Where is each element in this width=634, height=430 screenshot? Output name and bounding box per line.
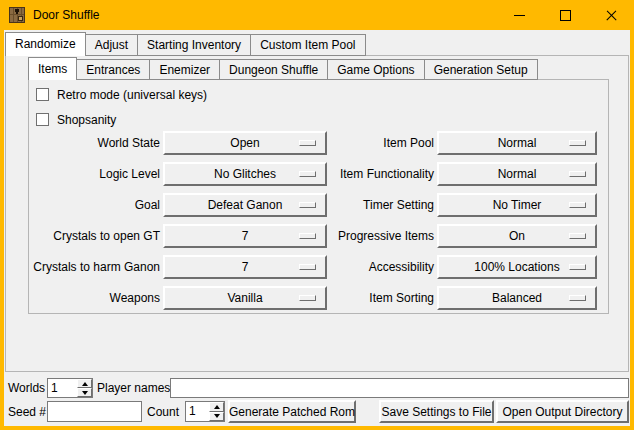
dropdown-indicator-icon <box>569 171 586 177</box>
maximize-icon <box>560 10 571 21</box>
item-functionality-value: Normal <box>498 167 537 181</box>
tab-items[interactable]: Items <box>28 57 77 80</box>
crystals-open-gt-value: 7 <box>242 229 249 243</box>
crystals-harm-ganon-value: 7 <box>242 260 249 274</box>
item-sorting-label: Item Sorting <box>300 286 434 310</box>
count-spinner[interactable]: 1 <box>185 401 225 422</box>
retro-mode-checkbox[interactable] <box>36 88 49 101</box>
retro-mode-label: Retro mode (universal keys) <box>57 88 207 102</box>
count-value: 1 <box>186 402 209 421</box>
item-sorting-value: Balanced <box>492 291 542 305</box>
tab-enemizer[interactable]: Enemizer <box>150 59 220 80</box>
world-state-value: Open <box>230 136 259 150</box>
maximize-button[interactable] <box>542 0 588 30</box>
worlds-label: Worlds <box>8 378 45 398</box>
crystals-open-gt-label: Crystals to open GT <box>10 224 160 248</box>
weapons-value: Vanilla <box>227 291 262 305</box>
player-names-label: Player names <box>97 378 170 398</box>
timer-setting-label: Timer Setting <box>300 193 434 217</box>
item-functionality-label: Item Functionality <box>300 162 434 186</box>
spin-down-button[interactable] <box>77 388 92 397</box>
accessibility-select[interactable]: 100% Locations <box>437 255 597 279</box>
progressive-items-value: On <box>509 229 525 243</box>
count-spinner-arrows <box>209 402 224 421</box>
tab-randomize[interactable]: Randomize <box>5 32 86 56</box>
worlds-spinner-arrows <box>77 379 92 397</box>
arrow-down-icon <box>82 391 88 395</box>
dropdown-indicator-icon <box>569 295 586 301</box>
accessibility-label: Accessibility <box>300 255 434 279</box>
arrow-up-icon <box>82 382 88 386</box>
dropdown-indicator-icon <box>569 202 586 208</box>
window-title: Door Shuffle <box>33 0 100 30</box>
timer-setting-select[interactable]: No Timer <box>437 193 597 217</box>
arrow-up-icon <box>214 405 220 409</box>
accessibility-value: 100% Locations <box>474 260 559 274</box>
count-label: Count <box>147 402 179 422</box>
dropdown-indicator-icon <box>569 140 586 146</box>
door-app-icon <box>9 7 25 23</box>
tab-starting-inventory[interactable]: Starting Inventory <box>138 34 251 56</box>
minimize-button[interactable] <box>496 0 542 30</box>
seed-input[interactable] <box>47 401 142 422</box>
spin-down-button[interactable] <box>209 412 224 422</box>
minimize-icon <box>514 15 525 16</box>
item-pool-value: Normal <box>498 136 537 150</box>
item-sorting-select[interactable]: Balanced <box>437 286 597 310</box>
item-pool-select[interactable]: Normal <box>437 131 597 155</box>
item-pool-label: Item Pool <box>300 131 434 155</box>
close-button[interactable] <box>588 0 634 30</box>
world-state-label: World State <box>10 131 160 155</box>
main-tab-bar: Randomize Adjust Starting Inventory Cust… <box>5 32 366 56</box>
item-functionality-select[interactable]: Normal <box>437 162 597 186</box>
progressive-items-select[interactable]: On <box>437 224 597 248</box>
logic-level-label: Logic Level <box>10 162 160 186</box>
timer-setting-value: No Timer <box>493 198 542 212</box>
crystals-harm-ganon-label: Crystals to harm Ganon <box>10 255 160 279</box>
weapons-label: Weapons <box>10 286 160 310</box>
shopsanity-label: Shopsanity <box>57 113 116 127</box>
close-icon <box>605 9 618 22</box>
tab-generation-setup[interactable]: Generation Setup <box>425 59 538 80</box>
tab-custom-item-pool[interactable]: Custom Item Pool <box>251 34 365 56</box>
arrow-down-icon <box>214 414 220 418</box>
spin-up-button[interactable] <box>209 402 224 412</box>
dropdown-indicator-icon <box>569 233 586 239</box>
door-shuffle-window: Door Shuffle Randomize Adjust Starting I… <box>0 0 634 430</box>
logic-level-value: No Glitches <box>214 167 276 181</box>
progressive-items-label: Progressive Items <box>300 224 434 248</box>
player-names-input[interactable] <box>170 378 629 398</box>
seed-label: Seed # <box>8 402 46 422</box>
tab-game-options[interactable]: Game Options <box>328 59 424 80</box>
shopsanity-checkbox[interactable] <box>36 113 49 126</box>
dropdown-indicator-icon <box>569 264 586 270</box>
worlds-value: 1 <box>48 379 77 397</box>
sub-tab-bar: Items Entrances Enemizer Dungeon Shuffle… <box>28 57 538 80</box>
tab-entrances[interactable]: Entrances <box>77 59 150 80</box>
save-settings-button[interactable]: Save Settings to File <box>379 400 494 423</box>
goal-value: Defeat Ganon <box>208 198 283 212</box>
goal-label: Goal <box>10 193 160 217</box>
title-bar: Door Shuffle <box>0 0 634 30</box>
spin-up-button[interactable] <box>77 379 92 388</box>
tab-adjust[interactable]: Adjust <box>86 34 138 56</box>
worlds-spinner[interactable]: 1 <box>47 378 93 398</box>
open-output-directory-button[interactable]: Open Output Directory <box>496 400 629 423</box>
tab-dungeon-shuffle[interactable]: Dungeon Shuffle <box>220 59 328 80</box>
generate-patched-rom-button[interactable]: Generate Patched Rom <box>228 400 356 423</box>
